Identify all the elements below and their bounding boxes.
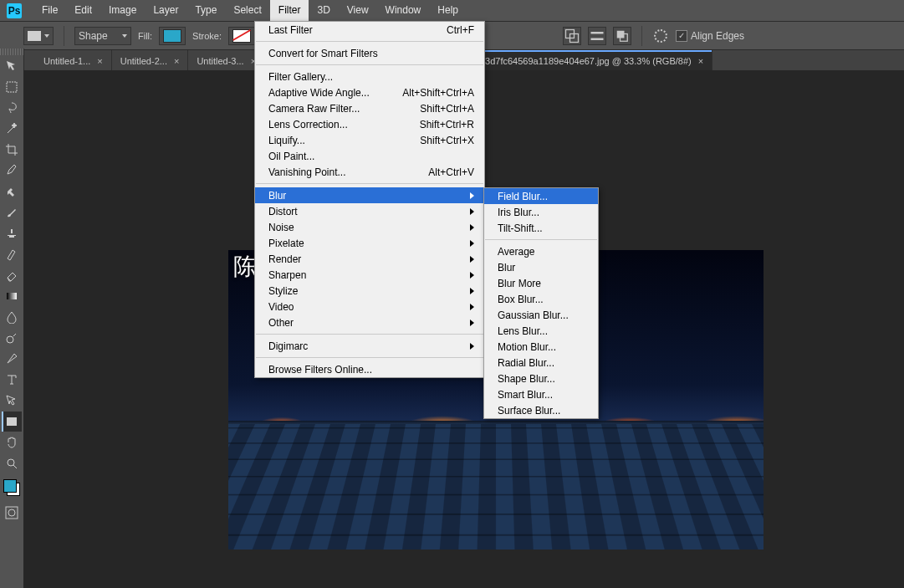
fg-bg-swatches[interactable]: [2, 478, 22, 498]
menu-item-field-blur[interactable]: Field Blur...: [484, 188, 598, 204]
menu-item-render[interactable]: Render: [255, 251, 484, 267]
stroke-swatch[interactable]: [228, 27, 255, 45]
filter-menu: Last FilterCtrl+FConvert for Smart Filte…: [254, 21, 485, 378]
brush-tool[interactable]: [2, 202, 22, 222]
move-tool[interactable]: [2, 56, 22, 76]
menu-item-surface-blur[interactable]: Surface Blur...: [484, 402, 598, 418]
menu-item-lens-correction[interactable]: Lens Correction...Shift+Ctrl+R: [255, 116, 484, 132]
menu-shortcut: Alt+Shift+Ctrl+A: [382, 87, 474, 99]
history-tool[interactable]: [2, 244, 22, 264]
menu-item-stylize[interactable]: Stylize: [255, 283, 484, 299]
stroke-label: Stroke:: [192, 31, 222, 41]
lasso-tool[interactable]: [2, 98, 22, 118]
rectangle-tool[interactable]: [2, 412, 22, 432]
fill-swatch[interactable]: [159, 27, 186, 45]
menu-item-noise[interactable]: Noise: [255, 219, 484, 235]
menu-item-gaussian-blur[interactable]: Gaussian Blur...: [484, 307, 598, 323]
menu-edit[interactable]: Edit: [66, 0, 100, 21]
menu-item-average[interactable]: Average: [484, 243, 598, 259]
dodge-tool[interactable]: [2, 328, 22, 348]
type-tool[interactable]: [2, 370, 22, 390]
submenu-arrow-icon: [450, 253, 474, 265]
menu-item-distort[interactable]: Distort: [255, 203, 484, 219]
menu-item-box-blur[interactable]: Box Blur...: [484, 291, 598, 307]
menu-item-pixelate[interactable]: Pixelate: [255, 235, 484, 251]
eyedropper-tool[interactable]: [2, 161, 22, 181]
wand-tool[interactable]: [2, 119, 22, 139]
tools-grip[interactable]: [0, 49, 23, 55]
menu-item-blur[interactable]: Blur: [255, 187, 484, 203]
path-align-icon[interactable]: [588, 27, 606, 45]
menu-item-oil-paint[interactable]: Oil Paint...: [255, 148, 484, 164]
close-icon[interactable]: ×: [97, 56, 102, 66]
menu-item-blur[interactable]: Blur: [484, 259, 598, 275]
path-ops-icon[interactable]: [563, 27, 581, 45]
menu-file[interactable]: File: [33, 0, 66, 21]
menu-separator: [256, 334, 483, 335]
hand-tool[interactable]: [2, 432, 22, 453]
menu-item-filter-gallery[interactable]: Filter Gallery...: [255, 69, 484, 84]
gradient-tool[interactable]: [2, 286, 22, 306]
menu-select[interactable]: Select: [225, 0, 269, 21]
menu-item-label: Tilt-Shift...: [498, 222, 543, 234]
menu-item-digimarc[interactable]: Digimarc: [255, 338, 484, 354]
marquee-tool[interactable]: [2, 77, 22, 97]
menu-item-shape-blur[interactable]: Shape Blur...: [484, 371, 598, 386]
menu-item-camera-raw-filter[interactable]: Camera Raw Filter...Shift+Ctrl+A: [255, 100, 484, 116]
menu-item-label: Liquify...: [268, 135, 305, 146]
menu-help[interactable]: Help: [429, 0, 467, 21]
quickmask-icon[interactable]: [2, 503, 22, 523]
document-tab[interactable]: Untitled-2...×: [112, 50, 189, 72]
menu-item-vanishing-point[interactable]: Vanishing Point...Alt+Ctrl+V: [255, 164, 484, 180]
close-icon[interactable]: ×: [698, 56, 703, 66]
menu-item-tilt-shift[interactable]: Tilt-Shift...: [484, 220, 598, 236]
menu-item-sharpen[interactable]: Sharpen: [255, 267, 484, 283]
menu-type[interactable]: Type: [186, 0, 225, 21]
pen-tool[interactable]: [2, 349, 22, 369]
menu-item-liquify[interactable]: Liquify...Shift+Ctrl+X: [255, 132, 484, 148]
menu-filter[interactable]: Filter: [270, 0, 309, 21]
gear-icon[interactable]: [652, 28, 669, 44]
menu-item-label: Shape Blur...: [498, 373, 555, 385]
menu-view[interactable]: View: [339, 0, 377, 21]
menu-item-smart-blur[interactable]: Smart Blur...: [484, 386, 598, 402]
menu-item-blur-more[interactable]: Blur More: [484, 275, 598, 291]
zoom-tool[interactable]: [2, 453, 22, 473]
menu-item-radial-blur[interactable]: Radial Blur...: [484, 355, 598, 371]
heal-tool[interactable]: [2, 182, 22, 202]
stamp-tool[interactable]: [2, 223, 22, 243]
document-tab[interactable]: Untitled-1...×: [35, 50, 112, 72]
menu-item-lens-blur[interactable]: Lens Blur...: [484, 323, 598, 339]
menu-item-motion-blur[interactable]: Motion Blur...: [484, 339, 598, 355]
menu-separator: [256, 64, 483, 65]
menu-item-convert-for-smart-filters[interactable]: Convert for Smart Filters: [255, 45, 484, 61]
menu-item-label: Sharpen: [268, 269, 306, 281]
path-arrange-icon[interactable]: [613, 27, 631, 45]
align-edges-checkbox[interactable]: ✓Align Edges: [676, 30, 744, 42]
svg-rect-6: [7, 82, 17, 92]
close-icon[interactable]: ×: [174, 56, 179, 66]
menu-item-label: Render: [268, 253, 301, 265]
menu-item-label: Noise: [268, 222, 294, 233]
menu-layer[interactable]: Layer: [145, 0, 186, 21]
shape-mode-dd[interactable]: Shape: [74, 27, 131, 45]
menu-3d[interactable]: 3D: [309, 0, 338, 21]
menu-window[interactable]: Window: [377, 0, 430, 21]
menu-item-other[interactable]: Other: [255, 314, 484, 330]
menu-item-adaptive-wide-angle[interactable]: Adaptive Wide Angle...Alt+Shift+Ctrl+A: [255, 84, 484, 100]
menu-item-label: Iris Blur...: [498, 207, 539, 218]
menu-item-browse-filters-online[interactable]: Browse Filters Online...: [255, 361, 484, 377]
menu-item-last-filter[interactable]: Last FilterCtrl+F: [255, 22, 484, 38]
svg-rect-9: [7, 417, 17, 426]
menu-item-label: Distort: [268, 206, 298, 217]
crop-tool[interactable]: [2, 140, 22, 160]
blur-tool[interactable]: [2, 307, 22, 327]
menu-image[interactable]: Image: [100, 0, 145, 21]
tool-preset-dd[interactable]: [23, 27, 54, 45]
path-tool[interactable]: [2, 391, 22, 411]
menu-item-video[interactable]: Video: [255, 299, 484, 314]
eraser-tool[interactable]: [2, 265, 22, 285]
menu-item-iris-blur[interactable]: Iris Blur...: [484, 204, 598, 220]
submenu-arrow-icon: [450, 340, 474, 352]
separator: [64, 26, 64, 46]
